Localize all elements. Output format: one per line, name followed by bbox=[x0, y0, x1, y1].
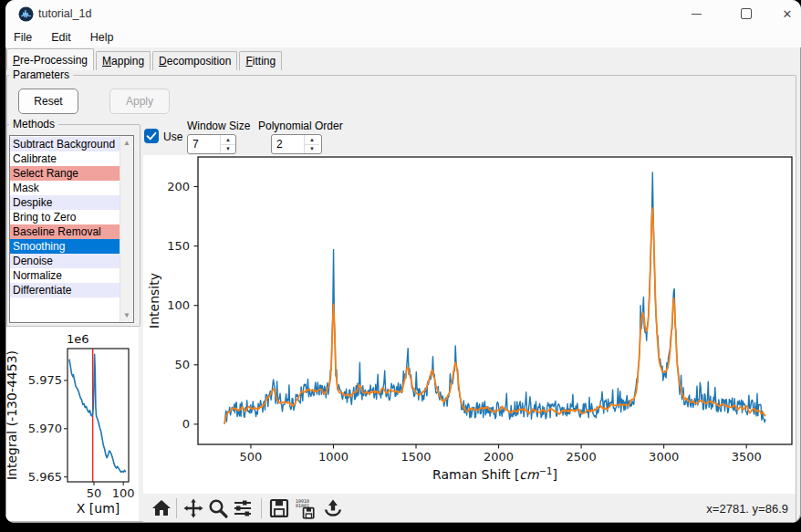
svg-text:5.970: 5.970 bbox=[28, 422, 62, 435]
subplots-icon bbox=[232, 497, 254, 519]
tab-fitting[interactable]: Fitting bbox=[239, 51, 282, 70]
tab-pre-processing[interactable]: Pre-Processing bbox=[6, 48, 94, 70]
method-item-bring-to-zero[interactable]: Bring to Zero bbox=[10, 210, 120, 224]
svg-text:5.975: 5.975 bbox=[28, 373, 62, 387]
method-item-calibrate[interactable]: Calibrate bbox=[10, 151, 120, 166]
window-title: tutorial_1d bbox=[38, 7, 91, 20]
window-size-input[interactable] bbox=[188, 135, 220, 153]
integral-plot-canvas[interactable]: 501005.9655.9705.9751e6Integral (-130-44… bbox=[6, 327, 139, 521]
toolbar-separator bbox=[176, 498, 177, 518]
use-checkbox[interactable] bbox=[144, 129, 159, 143]
svg-text:3000: 3000 bbox=[649, 450, 679, 464]
method-item-despike[interactable]: Despike bbox=[10, 195, 120, 210]
svg-text:Intensity: Intensity bbox=[147, 273, 161, 329]
method-item-mask[interactable]: Mask bbox=[10, 181, 120, 195]
apply-button: Apply bbox=[109, 89, 170, 114]
methods-group-label: Methods bbox=[9, 118, 58, 130]
title-bar[interactable]: tutorial_1d ✕ bbox=[5, 0, 801, 27]
window-size-label: Window Size bbox=[187, 120, 250, 132]
poly-order-up-icon[interactable]: ▲ bbox=[305, 135, 319, 145]
save-icon bbox=[268, 497, 290, 519]
maximize-button[interactable] bbox=[727, 0, 765, 27]
menu-edit[interactable]: Edit bbox=[44, 29, 78, 46]
poly-order-input[interactable] bbox=[272, 135, 304, 153]
scroll-down-icon[interactable]: ▼ bbox=[120, 309, 133, 321]
home-button[interactable] bbox=[151, 497, 172, 519]
method-item-denoise[interactable]: Denoise bbox=[10, 254, 120, 268]
save-data-icon: 10010 01001 bbox=[295, 497, 317, 519]
poly-order-spinbox: ▲ ▼ bbox=[271, 134, 322, 154]
export-icon bbox=[322, 497, 344, 519]
svg-text:200: 200 bbox=[167, 180, 190, 193]
method-item-smoothing[interactable]: Smoothing bbox=[10, 239, 120, 254]
svg-text:1e6: 1e6 bbox=[67, 332, 89, 346]
home-icon bbox=[151, 497, 172, 519]
svg-text:150: 150 bbox=[167, 239, 190, 253]
main-plot-canvas[interactable]: 500100015002000250030003500050100150200I… bbox=[143, 155, 796, 494]
zoom-icon bbox=[207, 497, 229, 519]
svg-text:2000: 2000 bbox=[484, 450, 514, 464]
tab-mapping[interactable]: Mapping bbox=[96, 51, 151, 70]
svg-text:1000: 1000 bbox=[318, 450, 348, 464]
plot-toolbar: 10010 01001 x=2781. y=86.9 bbox=[143, 494, 796, 522]
app-window: tutorial_1d ✕ File Edit Help Pre-Process… bbox=[5, 0, 801, 523]
methods-list[interactable]: Subtract Background Calibrate Select Ran… bbox=[9, 135, 134, 323]
parameters-group-label: Parameters bbox=[9, 68, 73, 81]
save-data-button[interactable]: 10010 01001 bbox=[295, 497, 317, 519]
method-item-normalize[interactable]: Normalize bbox=[10, 268, 120, 283]
close-icon: ✕ bbox=[783, 7, 793, 21]
method-item-baseline-removal[interactable]: Baseline Removal bbox=[10, 224, 120, 239]
window-size-up-icon[interactable]: ▲ bbox=[221, 135, 235, 145]
minimize-icon bbox=[692, 14, 702, 15]
menu-file[interactable]: File bbox=[6, 29, 39, 46]
minimize-button[interactable] bbox=[677, 0, 715, 27]
scroll-up-icon[interactable]: ▲ bbox=[120, 137, 133, 149]
window-size-down-icon[interactable]: ▼ bbox=[221, 145, 235, 154]
svg-text:100: 100 bbox=[112, 486, 135, 500]
tab-decomposition[interactable]: Decomposition bbox=[152, 51, 237, 70]
window-size-spinbox: ▲ ▼ bbox=[187, 134, 236, 154]
svg-text:1500: 1500 bbox=[400, 450, 431, 464]
pan-icon bbox=[182, 497, 204, 519]
svg-text:5.965: 5.965 bbox=[28, 470, 62, 484]
svg-text:Raman Shift [cm−1]: Raman Shift [cm−1] bbox=[432, 466, 557, 482]
svg-text:3500: 3500 bbox=[732, 450, 762, 464]
use-label: Use bbox=[163, 130, 182, 143]
menu-bar: File Edit Help bbox=[6, 28, 125, 47]
menu-help[interactable]: Help bbox=[83, 29, 121, 46]
svg-text:X [um]: X [um] bbox=[77, 501, 120, 516]
save-button[interactable] bbox=[268, 497, 290, 519]
method-item-subtract-background[interactable]: Subtract Background bbox=[10, 137, 120, 151]
pan-button[interactable] bbox=[182, 497, 204, 519]
svg-text:50: 50 bbox=[174, 358, 190, 371]
check-icon bbox=[144, 129, 159, 143]
export-button[interactable] bbox=[322, 497, 344, 519]
reset-button[interactable]: Reset bbox=[18, 89, 78, 114]
svg-text:0: 0 bbox=[182, 417, 190, 431]
app-icon bbox=[18, 6, 34, 22]
integral-plot[interactable]: 501005.9655.9705.9751e6Integral (-130-44… bbox=[6, 327, 139, 521]
cursor-coordinates-readout: x=2781. y=86.9 bbox=[706, 502, 788, 516]
toolbar-separator bbox=[261, 498, 262, 518]
zoom-button[interactable] bbox=[207, 497, 229, 519]
svg-text:50: 50 bbox=[87, 486, 102, 500]
svg-text:2500: 2500 bbox=[567, 450, 597, 464]
method-item-differentiate[interactable]: Differentiate bbox=[10, 283, 120, 297]
methods-scrollbar[interactable]: ▲ ▼ bbox=[120, 136, 133, 322]
close-button[interactable]: ✕ bbox=[768, 0, 801, 27]
svg-text:Integral (-130-4453): Integral (-130-4453) bbox=[6, 350, 19, 480]
main-plot[interactable]: 500100015002000250030003500050100150200I… bbox=[143, 155, 796, 494]
poly-order-down-icon[interactable]: ▼ bbox=[305, 145, 319, 154]
tab-bar: Pre-Processing Mapping Decomposition Fit… bbox=[6, 48, 284, 70]
maximize-icon bbox=[741, 8, 752, 19]
poly-order-label: Polynomial Order bbox=[258, 120, 343, 132]
subplots-button[interactable] bbox=[232, 497, 254, 519]
method-item-select-range[interactable]: Select Range bbox=[10, 166, 120, 181]
svg-text:500: 500 bbox=[240, 450, 263, 464]
svg-text:100: 100 bbox=[167, 298, 190, 312]
